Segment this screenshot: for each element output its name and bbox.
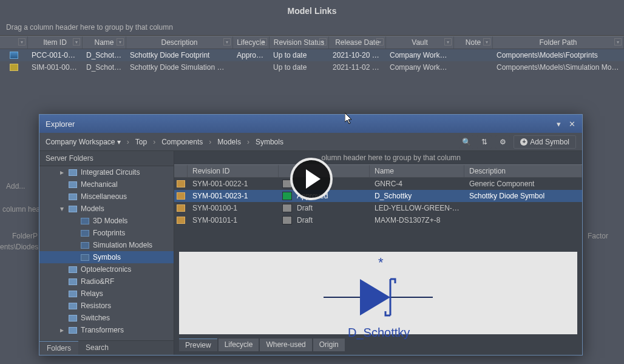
grid-pane: olumn header here to group by that colum… <box>174 151 582 355</box>
folder-icon <box>69 327 77 334</box>
schottky-diode-symbol: * D_Schottky <box>287 252 469 343</box>
search-icon[interactable]: 🔍 <box>459 135 473 149</box>
col-vault[interactable]: Vault▾ <box>386 36 454 49</box>
table-row[interactable]: SIM-001-0001-2 D_Schottky Schottky Diode… <box>0 61 624 73</box>
tree-item[interactable]: Miscellaneous <box>39 190 174 203</box>
col-folder-path[interactable]: Folder Path▾ <box>493 36 624 49</box>
tree-item-models[interactable]: ▾Models <box>39 203 174 215</box>
folder-icon <box>69 315 77 322</box>
model-links-header: ▾ Item ID▾ Name▾ Description▾ Lifecycle▾… <box>0 36 624 49</box>
col-release-date[interactable]: Release Date▾ <box>329 36 386 49</box>
filter-icon[interactable]: ▾ <box>18 38 25 46</box>
tree-item[interactable]: ▸Integrated Circuits <box>39 166 174 178</box>
folder-icon <box>81 218 89 224</box>
symbol-icon <box>177 192 185 200</box>
status-swatch <box>282 204 292 212</box>
symbol-label: D_Schottky <box>348 326 410 340</box>
folder-icon <box>81 230 89 237</box>
model-links-panel: Model Links Drag a column header here to… <box>0 0 624 73</box>
filter-icon[interactable]: ▾ <box>319 38 327 46</box>
close-icon[interactable]: ✕ <box>568 120 576 128</box>
list-item[interactable]: SYM-001-0022-1 GNRC-4 Generic Component <box>174 178 582 190</box>
folder-icon <box>81 242 89 249</box>
tree-pane: Server Folders ▸Integrated Circuits Mech… <box>39 151 174 355</box>
play-icon <box>306 169 320 189</box>
workspace-dropdown[interactable]: Company Workspace ▾ <box>46 138 121 146</box>
table-row[interactable]: PCC-001-0001-1 D_Schottky_N Schottky Dio… <box>0 49 624 61</box>
tree-item[interactable]: Mechanical <box>39 178 174 190</box>
filter-icon[interactable]: ▾ <box>260 38 267 46</box>
list-item[interactable]: SYM-001-0023-1 Approved D_Schottky Schot… <box>174 190 582 202</box>
list-item[interactable]: SYM-00101-1 Draft MAXM-DS1307Z+-8 <box>174 214 582 226</box>
footprint-icon <box>10 52 18 59</box>
play-button[interactable] <box>290 158 333 200</box>
explorer-window: Explorer ▾ ✕ Company Workspace ▾ › Top ›… <box>39 114 583 356</box>
tab-folders[interactable]: Folders <box>39 341 78 355</box>
symbol-preview: * D_Schottky <box>179 252 577 334</box>
grid-col-icon[interactable] <box>174 165 188 177</box>
add-button-frag[interactable]: Add... <box>6 182 25 190</box>
grid-col-description[interactable]: Description <box>464 165 582 177</box>
gear-icon[interactable]: ⚙ <box>495 135 510 149</box>
tree-item[interactable]: Resistors <box>39 300 174 312</box>
tab-search[interactable]: Search <box>78 341 116 355</box>
tree-item[interactable]: Switches <box>39 312 174 324</box>
frag-text: Factor <box>588 232 608 240</box>
col-description[interactable]: Description▾ <box>126 36 233 49</box>
tree-tabs: Folders Search <box>39 340 174 355</box>
breadcrumb[interactable]: Symbols <box>256 138 283 146</box>
tree-item[interactable]: Radio&RF <box>39 275 174 288</box>
folder-tree[interactable]: ▸Integrated Circuits Mechanical Miscella… <box>39 166 174 340</box>
tree-item[interactable]: Relays <box>39 288 174 300</box>
tab-where-used[interactable]: Where-used <box>260 339 311 351</box>
tab-lifecycle[interactable]: Lifecycle <box>219 339 259 351</box>
frag-text: column heac <box>2 205 44 214</box>
col-lifecycle[interactable]: Lifecycle▾ <box>233 36 270 49</box>
tree-item[interactable]: ▸Transformers <box>39 324 174 336</box>
filter-icon[interactable]: ▾ <box>614 38 622 46</box>
simulation-icon <box>10 64 18 71</box>
tree-item[interactable]: Footprints <box>39 227 174 239</box>
col-itemid[interactable]: Item ID▾ <box>28 36 83 49</box>
filter-icon[interactable]: ▾ <box>483 38 490 46</box>
col-note[interactable]: Note▾ <box>454 36 493 49</box>
grid-col-revision[interactable]: Revision ID <box>188 165 279 177</box>
filter-icon[interactable]: ▾ <box>444 38 452 46</box>
folder-icon <box>69 266 77 273</box>
col-icon-header[interactable]: ▾ <box>0 36 28 49</box>
group-hint[interactable]: Drag a column header here to group by th… <box>0 19 624 36</box>
folder-icon <box>69 303 77 309</box>
add-symbol-button[interactable]: +Add Symbol <box>514 135 576 149</box>
grid-col-name[interactable]: Name <box>370 165 464 177</box>
filter-icon[interactable]: ▾ <box>376 38 384 46</box>
breadcrumb[interactable]: Models <box>217 138 241 146</box>
folder-icon <box>69 206 77 212</box>
tree-item-symbols[interactable]: Symbols <box>39 251 174 263</box>
tree-item[interactable]: Simulation Models <box>39 239 174 251</box>
filter-icon[interactable]: ▾ <box>73 38 80 46</box>
col-revision-status[interactable]: Revision Status▾ <box>270 36 329 49</box>
grid-header: Revision ID Name Description <box>174 164 582 178</box>
symbol-icon <box>177 180 185 187</box>
tree-item[interactable]: Optoelectronics <box>39 263 174 275</box>
tree-item[interactable]: 3D Models <box>39 215 174 227</box>
filter-icon[interactable]: ▾ <box>223 38 231 46</box>
model-links-title: Model Links <box>0 0 624 19</box>
filter-icon[interactable]: ▾ <box>117 38 124 46</box>
status-swatch <box>282 216 292 224</box>
dropdown-icon[interactable]: ▾ <box>554 120 563 128</box>
symbol-icon <box>177 217 185 224</box>
col-name[interactable]: Name▾ <box>83 36 126 49</box>
breadcrumb[interactable]: Top <box>135 138 147 146</box>
server-folders-header[interactable]: Server Folders <box>39 151 174 166</box>
list-item[interactable]: SYM-00100-1 Draft LED-YELLOW-GREEN-AK-2 <box>174 202 582 214</box>
tab-preview[interactable]: Preview <box>179 339 217 351</box>
explorer-titlebar[interactable]: Explorer ▾ ✕ <box>39 115 582 133</box>
refresh-icon[interactable]: ⇅ <box>477 135 492 149</box>
mouse-cursor-icon <box>345 113 354 125</box>
breadcrumb[interactable]: Components <box>161 138 203 146</box>
tab-origin[interactable]: Origin <box>313 339 345 351</box>
svg-marker-1 <box>360 279 390 315</box>
status-swatch <box>282 192 292 200</box>
grid-group-hint[interactable]: olumn header here to group by that colum… <box>174 151 582 164</box>
